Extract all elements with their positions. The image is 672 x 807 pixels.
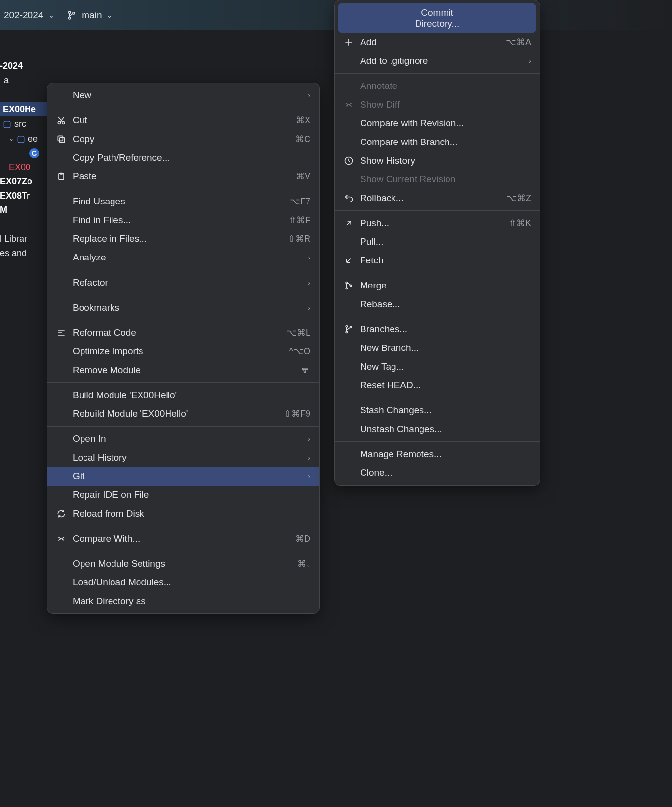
menu-copy[interactable]: Copy ⌘C [47, 130, 319, 148]
tree-module-selected[interactable]: EX00He [0, 102, 47, 116]
tree-src-label: src [14, 119, 26, 129]
spacer-icon [56, 365, 67, 375]
tree-external-lib[interactable]: l Librar [0, 232, 47, 246]
spacer-icon [343, 467, 354, 478]
svg-point-12 [346, 288, 347, 289]
menu-reformat-code[interactable]: Reformat Code ⌥⌘L [47, 323, 319, 342]
menu-load-unload-modules[interactable]: Load/Unload Modules... [47, 573, 319, 592]
menu-analyze[interactable]: Analyze › [47, 248, 319, 267]
menu-optimize-imports[interactable]: Optimize Imports ^⌥O [47, 342, 319, 361]
menu-unstash-changes[interactable]: Unstash Changes... [335, 420, 540, 438]
shortcut-label: ⌘X [296, 115, 310, 126]
context-menu: New › Cut ⌘X Copy ⌘C Copy Path/Reference… [47, 83, 320, 614]
project-name-label: 202-2024 [4, 10, 43, 21]
spacer-icon [56, 152, 67, 163]
tree-module-ex08[interactable]: EX08Tr [0, 189, 47, 203]
menu-find-in-files[interactable]: Find in Files... ⇧⌘F [47, 211, 319, 230]
spacer-icon [343, 449, 354, 460]
branch-selector[interactable]: main ⌄ [66, 10, 112, 21]
menu-find-usages[interactable]: Find Usages ⌥F7 [47, 192, 319, 211]
menu-show-history[interactable]: Show History [335, 151, 540, 170]
svg-point-11 [346, 282, 347, 284]
project-selector[interactable]: 202-2024 ⌄ [4, 10, 54, 21]
spacer-icon [56, 452, 67, 463]
menu-local-history[interactable]: Local History › [47, 448, 319, 467]
shortcut-label: ⌥F7 [290, 196, 310, 207]
menu-compare-with[interactable]: Compare With... ⌘D [47, 529, 319, 548]
menu-reload-disk[interactable]: Reload from Disk [47, 504, 319, 523]
shortcut-label: ⌥⌘L [286, 327, 310, 338]
menu-new-tag[interactable]: New Tag... [335, 357, 540, 376]
menu-compare-revision[interactable]: Compare with Revision... [335, 114, 540, 133]
tree-module-m[interactable]: M [0, 203, 47, 217]
menu-pull[interactable]: Pull... [335, 232, 540, 251]
tree-class-item[interactable]: C [0, 146, 47, 160]
menu-separator [335, 73, 540, 74]
menu-push[interactable]: Push... ⇧⌘K [335, 214, 540, 232]
menu-cut[interactable]: Cut ⌘X [47, 111, 319, 130]
tree-pkg-folder[interactable]: ⌄ ▢ ee [0, 131, 47, 146]
shortcut-label: ⌘D [295, 533, 310, 544]
tree-src-folder[interactable]: ▢ src [0, 116, 47, 131]
menu-git[interactable]: Git › [47, 467, 319, 486]
menu-separator [47, 270, 319, 270]
menu-merge[interactable]: Merge... [335, 276, 540, 295]
chevron-right-icon: › [308, 472, 310, 480]
menu-refactor[interactable]: Refactor › [47, 273, 319, 292]
reformat-icon [56, 327, 67, 338]
menu-open-in[interactable]: Open In › [47, 430, 319, 448]
menu-commit-directory[interactable]: Commit Directory... [338, 3, 536, 33]
menu-remove-module[interactable]: Remove Module [47, 361, 319, 379]
menu-rollback[interactable]: Rollback... ⌥⌘Z [335, 189, 540, 207]
class-icon: C [29, 148, 39, 158]
menu-branches[interactable]: Branches... [335, 320, 540, 339]
menu-stash-changes[interactable]: Stash Changes... [335, 401, 540, 420]
menu-replace-in-files[interactable]: Replace in Files... ⇧⌘R [47, 230, 319, 248]
folder-icon: ▢ [17, 133, 25, 144]
menu-rebase[interactable]: Rebase... [335, 295, 540, 314]
svg-point-2 [73, 12, 75, 14]
menu-bookmarks[interactable]: Bookmarks › [47, 298, 319, 317]
spacer-icon [343, 236, 354, 247]
tree-root-sub[interactable]: a [0, 73, 47, 87]
svg-point-15 [346, 331, 347, 333]
svg-point-14 [346, 326, 347, 327]
menu-fetch[interactable]: Fetch [335, 251, 540, 270]
folder-icon: ▢ [3, 118, 11, 129]
spacer-icon [343, 343, 354, 353]
menu-paste[interactable]: Paste ⌘V [47, 167, 319, 186]
menu-reset-head[interactable]: Reset HEAD... [335, 376, 540, 395]
spacer-icon [56, 346, 67, 357]
tree-root[interactable]: -2024 [0, 59, 47, 73]
menu-open-module-settings[interactable]: Open Module Settings ⌘↓ [47, 554, 319, 573]
shortcut-label: ⇧⌘F9 [284, 408, 310, 419]
project-tree: -2024 a EX00He ▢ src ⌄ ▢ ee C EX00 EX07Z… [0, 59, 47, 260]
history-icon [343, 155, 354, 166]
shortcut-label: ⇧⌘K [509, 218, 531, 229]
spacer-icon [56, 196, 67, 207]
menu-rebuild-module[interactable]: Rebuild Module 'EX00Hello' ⇧⌘F9 [47, 404, 319, 423]
menu-mark-directory[interactable]: Mark Directory as [47, 592, 319, 610]
menu-build-module[interactable]: Build Module 'EX00Hello' [47, 386, 319, 404]
menu-new[interactable]: New › [47, 86, 319, 105]
menu-git-add[interactable]: Add ⌥⌘A [335, 33, 540, 52]
tree-module-ex07[interactable]: EX07Zo [0, 174, 47, 189]
menu-compare-branch[interactable]: Compare with Branch... [335, 133, 540, 151]
spacer-icon [343, 137, 354, 147]
cut-icon [56, 115, 67, 126]
chevron-right-icon: › [308, 254, 310, 261]
spacer-icon [343, 174, 354, 185]
spacer-icon [56, 408, 67, 419]
svg-point-16 [350, 326, 352, 328]
tree-module-ex00[interactable]: EX00 [0, 160, 47, 174]
menu-manage-remotes[interactable]: Manage Remotes... [335, 445, 540, 463]
spacer-icon [343, 118, 354, 129]
menu-new-branch[interactable]: New Branch... [335, 339, 540, 357]
menu-copy-path[interactable]: Copy Path/Reference... [47, 148, 319, 167]
menu-repair-ide[interactable]: Repair IDE on File [47, 486, 319, 504]
menu-add-gitignore[interactable]: Add to .gitignore › [335, 52, 540, 70]
menu-clone[interactable]: Clone... [335, 463, 540, 482]
chevron-down-icon: ⌄ [107, 11, 112, 19]
tree-scratches[interactable]: es and [0, 246, 47, 260]
spacer-icon [343, 361, 354, 372]
